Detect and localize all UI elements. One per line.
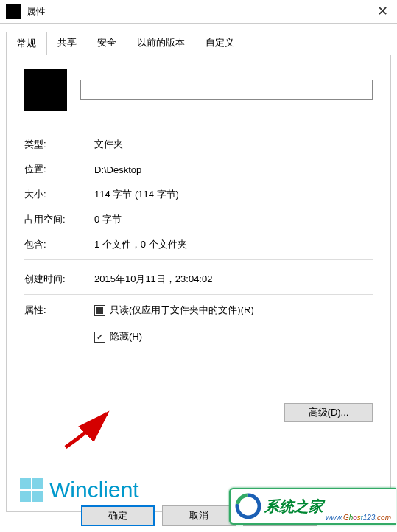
tab-sharing[interactable]: 共享	[47, 32, 87, 55]
windows-icon	[20, 478, 43, 502]
tab-customize[interactable]: 自定义	[195, 32, 245, 55]
tab-previous-versions[interactable]: 以前的版本	[127, 32, 195, 55]
winclient-logo: Winclient	[20, 477, 139, 503]
name-input[interactable]	[80, 80, 373, 100]
attributes-label: 属性:	[24, 304, 94, 317]
readonly-label: 只读(仅应用于文件夹中的文件)(R)	[110, 304, 254, 317]
hidden-checkbox-row[interactable]: 隐藏(H)	[94, 330, 373, 343]
size-label: 大小:	[24, 188, 94, 201]
winclient-text: Winclient	[49, 477, 139, 503]
watermark-text: 系统之家	[264, 497, 323, 517]
window-title: 属性	[27, 5, 46, 18]
contains-value: 1 个文件，0 个文件夹	[94, 238, 373, 251]
tab-security[interactable]: 安全	[87, 32, 127, 55]
type-value: 文件夹	[94, 138, 373, 151]
ok-button[interactable]: 确定	[81, 505, 155, 526]
size-value: 114 字节 (114 字节)	[94, 188, 373, 201]
watermark-icon	[235, 493, 261, 519]
watermark-badge: 系统之家 www.Ghost123.com	[229, 488, 396, 525]
folder-icon	[24, 69, 67, 111]
sizeondisk-label: 占用空间:	[24, 213, 94, 226]
tab-strip: 常规 共享 安全 以前的版本 自定义	[0, 24, 397, 55]
location-value: D:\Desktop	[94, 164, 373, 175]
hidden-checkbox[interactable]	[94, 332, 105, 343]
location-label: 位置:	[24, 163, 94, 176]
cancel-button[interactable]: 取消	[162, 505, 236, 526]
close-icon[interactable]: ✕	[377, 3, 388, 19]
arrow-annotation	[60, 409, 119, 453]
readonly-checkbox-row[interactable]: 只读(仅应用于文件夹中的文件)(R)	[94, 304, 373, 317]
advanced-button[interactable]: 高级(D)...	[284, 403, 373, 422]
watermark-url: www.Ghost123.com	[326, 514, 391, 522]
contains-label: 包含:	[24, 238, 94, 251]
general-panel: 类型:文件夹 位置:D:\Desktop 大小:114 字节 (114 字节) …	[6, 55, 391, 512]
readonly-checkbox[interactable]	[94, 305, 105, 316]
created-value: 2015年10月11日，23:04:02	[94, 273, 373, 286]
titlebar: 属性 ✕	[0, 0, 397, 24]
created-label: 创建时间:	[24, 273, 94, 286]
hidden-label: 隐藏(H)	[110, 330, 142, 343]
tab-general[interactable]: 常规	[6, 32, 47, 55]
type-label: 类型:	[24, 138, 94, 151]
sizeondisk-value: 0 字节	[94, 213, 373, 226]
window-icon	[6, 4, 21, 19]
